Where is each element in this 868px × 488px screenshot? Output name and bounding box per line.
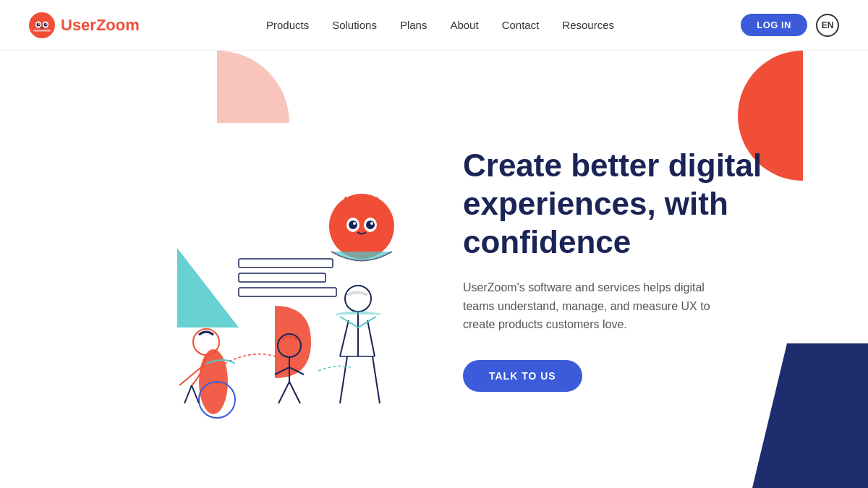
logo-icon xyxy=(29,12,55,38)
svg-point-3 xyxy=(37,22,41,26)
svg-point-18 xyxy=(366,221,375,229)
svg-point-19 xyxy=(353,222,356,225)
login-button[interactable]: LOG IN xyxy=(741,14,807,36)
svg-rect-7 xyxy=(33,30,51,32)
hero-illustration xyxy=(72,118,405,421)
cta-button[interactable]: TALK TO US xyxy=(463,360,582,392)
main-content: Create better digital experiences, with … xyxy=(0,51,868,488)
nav-item-solutions[interactable]: Solutions xyxy=(332,19,377,31)
svg-point-14 xyxy=(329,194,394,259)
navbar: UserZoom Products Solutions Plans About … xyxy=(0,0,868,51)
hero-title: Create better digital experiences, with … xyxy=(463,147,825,261)
svg-rect-10 xyxy=(239,273,326,282)
svg-rect-11 xyxy=(239,288,336,296)
svg-point-23 xyxy=(345,286,371,312)
logo[interactable]: UserZoom xyxy=(29,12,140,38)
text-side: Create better digital experiences, with … xyxy=(434,147,825,392)
nav-item-about[interactable]: About xyxy=(450,19,478,31)
illustration-side xyxy=(43,51,434,488)
svg-point-17 xyxy=(349,221,357,229)
nav-item-plans[interactable]: Plans xyxy=(400,19,427,31)
hero-description: UserZoom's software and services helps d… xyxy=(463,278,723,334)
nav-item-resources[interactable]: Resources xyxy=(562,19,614,31)
nav-links: Products Solutions Plans About Contact R… xyxy=(266,19,614,31)
nav-item-contact[interactable]: Contact xyxy=(502,19,540,31)
svg-rect-9 xyxy=(239,259,333,267)
nav-item-products[interactable]: Products xyxy=(266,19,309,31)
svg-point-0 xyxy=(29,12,55,38)
svg-point-20 xyxy=(370,222,373,225)
nav-right: LOG IN EN xyxy=(741,14,839,37)
svg-marker-8 xyxy=(177,248,239,328)
svg-point-6 xyxy=(46,23,47,25)
svg-point-5 xyxy=(38,23,40,25)
language-selector[interactable]: EN xyxy=(816,14,839,37)
svg-point-4 xyxy=(44,22,48,26)
logo-text: UserZoom xyxy=(61,16,140,35)
